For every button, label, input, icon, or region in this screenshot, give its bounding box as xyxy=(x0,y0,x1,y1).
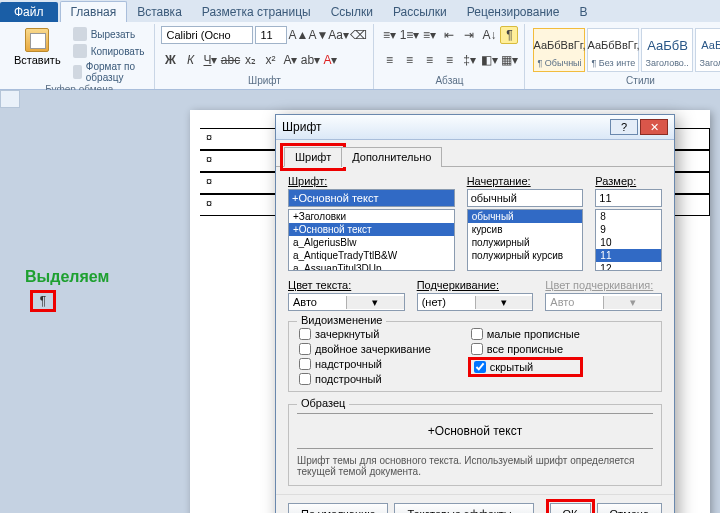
brush-icon xyxy=(73,65,82,79)
tab-file[interactable]: Файл xyxy=(0,2,58,22)
paste-label: Вставить xyxy=(14,54,61,66)
font-color-dropdown[interactable]: Авто▾ xyxy=(288,293,405,311)
indent-button[interactable]: ⇥ xyxy=(460,26,478,44)
list-item[interactable]: полужирный xyxy=(468,236,583,249)
font-size-combo[interactable]: 11 xyxy=(255,26,287,44)
allcaps-checkbox[interactable]: все прописные xyxy=(471,343,580,355)
tab-view[interactable]: В xyxy=(569,2,597,22)
dialog-tab-advanced[interactable]: Дополнительно xyxy=(341,147,442,167)
tab-review[interactable]: Рецензирование xyxy=(457,2,570,22)
list-item[interactable]: a_AlgeriusBlw xyxy=(289,236,454,249)
change-case-button[interactable]: Aa▾ xyxy=(329,26,347,44)
group-font: Calibri (Осно 11 A▲ A▼ Aa▾ ⌫ Ж К Ч▾ abc … xyxy=(155,24,374,89)
bullets-button[interactable]: ≡▾ xyxy=(380,26,398,44)
superscript-checkbox[interactable]: надстрочный xyxy=(299,358,431,370)
tab-mailings[interactable]: Рассылки xyxy=(383,2,457,22)
list-item[interactable]: +Основной текст xyxy=(289,223,454,236)
line-spacing-button[interactable]: ‡▾ xyxy=(460,51,478,69)
strike-button[interactable]: abc xyxy=(221,51,239,69)
underline-label: Подчеркивание: xyxy=(417,279,534,291)
list-item[interactable]: курсив xyxy=(468,223,583,236)
text-effects-button[interactable]: Текстовые эффекты... xyxy=(394,503,534,513)
list-item[interactable]: a_AssuanTitul3DUp xyxy=(289,262,454,271)
list-item[interactable]: a_AntiqueTradyTtlB&W xyxy=(289,249,454,262)
list-item[interactable]: 11 xyxy=(596,249,661,262)
dialog-title: Шрифт xyxy=(282,120,608,134)
dialog-tab-font[interactable]: Шрифт xyxy=(284,147,342,167)
strike-checkbox[interactable]: зачеркнутый xyxy=(299,328,431,340)
hidden-checkbox[interactable]: скрытый xyxy=(468,357,583,377)
outdent-button[interactable]: ⇤ xyxy=(440,26,458,44)
copy-icon xyxy=(73,44,87,58)
cut-button[interactable]: Вырезать xyxy=(69,26,149,42)
tab-home[interactable]: Главная xyxy=(60,1,128,22)
list-item[interactable]: +Заголовки xyxy=(289,210,454,223)
list-item[interactable]: обычный xyxy=(468,210,583,223)
italic-button[interactable]: К xyxy=(181,51,199,69)
font-name-combo[interactable]: Calibri (Осно xyxy=(161,26,253,44)
style-label: Начертание: xyxy=(467,175,584,187)
align-center-button[interactable]: ≡ xyxy=(400,51,418,69)
bold-button[interactable]: Ж xyxy=(161,51,179,69)
paste-button[interactable]: Вставить xyxy=(10,26,65,84)
sort-button[interactable]: A↓ xyxy=(480,26,498,44)
shading-button[interactable]: ◧▾ xyxy=(480,51,498,69)
list-item[interactable]: 9 xyxy=(596,223,661,236)
text-effects-button[interactable]: A▾ xyxy=(281,51,299,69)
show-marks-button[interactable]: ¶ xyxy=(500,26,518,44)
list-item[interactable]: полужирный курсив xyxy=(468,249,583,262)
tab-references[interactable]: Ссылки xyxy=(321,2,383,22)
list-item[interactable]: 8 xyxy=(596,210,661,223)
effects-group: Видоизменение зачеркнутый двойное зачерк… xyxy=(288,321,662,392)
font-input[interactable] xyxy=(288,189,455,207)
group-title-styles: Стили xyxy=(531,75,720,87)
help-button[interactable]: ? xyxy=(610,119,638,135)
grow-font-button[interactable]: A▲ xyxy=(289,26,307,44)
ribbon: Вставить Вырезать Копировать Формат по о… xyxy=(0,22,720,90)
style-input[interactable] xyxy=(467,189,584,207)
style-tile-heading2[interactable]: АаБбВв Заголово... xyxy=(695,28,720,72)
sample-preview: +Основной текст xyxy=(297,413,653,449)
style-listbox[interactable]: обычный курсив полужирный полужирный кур… xyxy=(467,209,584,271)
align-right-button[interactable]: ≡ xyxy=(420,51,438,69)
justify-button[interactable]: ≡ xyxy=(440,51,458,69)
double-strike-checkbox[interactable]: двойное зачеркивание xyxy=(299,343,431,355)
group-title-font: Шрифт xyxy=(161,75,367,87)
cancel-button[interactable]: Отмена xyxy=(597,503,662,513)
close-button[interactable]: ✕ xyxy=(640,119,668,135)
dialog-titlebar[interactable]: Шрифт ? ✕ xyxy=(276,115,674,140)
numbering-button[interactable]: 1≡▾ xyxy=(400,26,418,44)
multilevel-button[interactable]: ≡▾ xyxy=(420,26,438,44)
copy-button[interactable]: Копировать xyxy=(69,43,149,59)
subscript-checkbox[interactable]: подстрочный xyxy=(299,373,431,385)
highlight-button[interactable]: ab▾ xyxy=(301,51,319,69)
group-clipboard: Вставить Вырезать Копировать Формат по о… xyxy=(4,24,155,89)
superscript-button[interactable]: x² xyxy=(261,51,279,69)
default-button[interactable]: По умолчанию xyxy=(288,503,388,513)
style-tile-normal[interactable]: АаБбВвГг, ¶ Обычный xyxy=(533,28,585,72)
borders-button[interactable]: ▦▾ xyxy=(500,51,518,69)
align-left-button[interactable]: ≡ xyxy=(380,51,398,69)
shrink-font-button[interactable]: A▼ xyxy=(309,26,327,44)
underline-button[interactable]: Ч▾ xyxy=(201,51,219,69)
style-gallery[interactable]: АаБбВвГг, ¶ Обычный АаБбВвГг, ¶ Без инте… xyxy=(531,26,720,75)
pilcrow-highlight: ¶ xyxy=(30,290,56,312)
style-tile-heading1[interactable]: АаБбВ Заголово... xyxy=(641,28,693,72)
tab-layout[interactable]: Разметка страницы xyxy=(192,2,321,22)
size-input[interactable] xyxy=(595,189,662,207)
ok-button[interactable]: ОК xyxy=(550,503,591,513)
format-painter-button[interactable]: Формат по образцу xyxy=(69,60,149,84)
size-listbox[interactable]: 8 9 10 11 12 xyxy=(595,209,662,271)
list-item[interactable]: 12 xyxy=(596,262,661,271)
smallcaps-checkbox[interactable]: малые прописные xyxy=(471,328,580,340)
subscript-button[interactable]: x₂ xyxy=(241,51,259,69)
annotation-text: Выделяем xyxy=(25,268,109,286)
tab-insert[interactable]: Вставка xyxy=(127,2,192,22)
clear-format-button[interactable]: ⌫ xyxy=(349,26,367,44)
style-tile-nospacing[interactable]: АаБбВвГг, ¶ Без инте... xyxy=(587,28,639,72)
font-color-button[interactable]: A▾ xyxy=(321,51,339,69)
list-item[interactable]: 10 xyxy=(596,236,661,249)
dialog-buttons: По умолчанию Текстовые эффекты... ОК Отм… xyxy=(276,494,674,513)
font-listbox[interactable]: +Заголовки +Основной текст a_AlgeriusBlw… xyxy=(288,209,455,271)
underline-dropdown[interactable]: (нет)▾ xyxy=(417,293,534,311)
